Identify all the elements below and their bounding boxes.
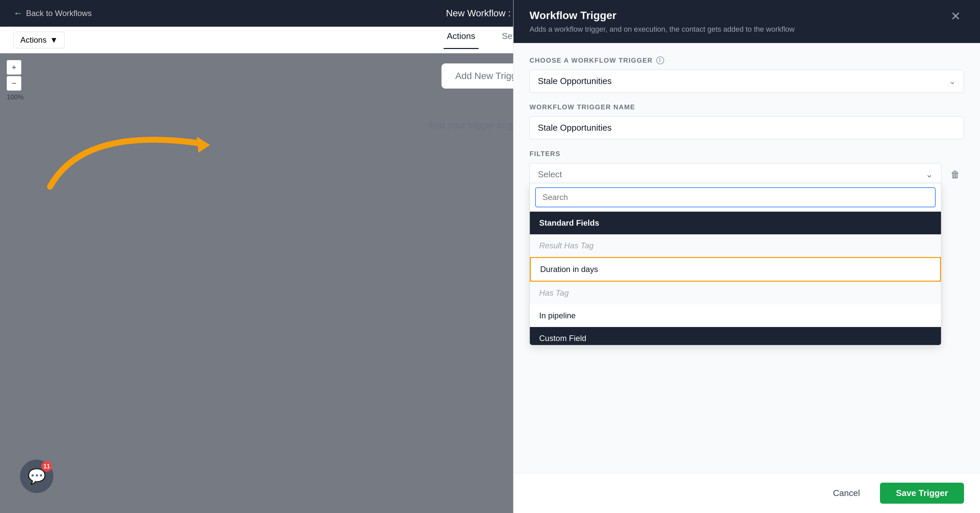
filter-dropdown-container: Select ⌄ Standard Fields Result Has Tag bbox=[530, 163, 941, 186]
back-link[interactable]: ← Back to Workflows bbox=[13, 8, 92, 19]
filter-select[interactable]: Select ⌄ bbox=[530, 163, 941, 186]
save-trigger-button[interactable]: Save Trigger bbox=[880, 483, 964, 503]
filter-dropdown-panel: Standard Fields Result Has Tag Duration … bbox=[530, 183, 941, 345]
trigger-select-value: Stale Opportunities bbox=[538, 76, 611, 86]
panel-body: CHOOSE A WORKFLOW TRIGGER i Stale Opport… bbox=[514, 43, 980, 473]
trigger-select[interactable]: Stale Opportunities ⌄ bbox=[530, 70, 964, 93]
back-arrow-icon: ← bbox=[13, 8, 23, 19]
actions-chevron-icon: ▼ bbox=[50, 35, 58, 44]
search-wrapper bbox=[530, 183, 941, 212]
trigger-chevron-icon: ⌄ bbox=[949, 77, 956, 86]
filter-delete-button[interactable]: 🗑 bbox=[947, 166, 964, 183]
tab-actions[interactable]: Actions bbox=[444, 31, 479, 49]
dropdown-item-in-pipeline[interactable]: In pipeline bbox=[530, 304, 941, 327]
trash-icon: 🗑 bbox=[951, 169, 960, 180]
search-input[interactable] bbox=[535, 187, 935, 207]
dropdown-item-duration-in-days[interactable]: Duration in days bbox=[530, 257, 941, 282]
filters-label: FILTERS bbox=[530, 150, 964, 158]
close-button[interactable]: ✕ bbox=[947, 10, 964, 23]
zoom-out-button[interactable]: − bbox=[7, 76, 21, 91]
filters-row: Select ⌄ Standard Fields Result Has Tag bbox=[530, 163, 964, 186]
right-panel: Workflow Trigger Adds a workflow trigger… bbox=[513, 0, 980, 513]
panel-title-block: Workflow Trigger Adds a workflow trigger… bbox=[530, 10, 947, 34]
dropdown-list: Standard Fields Result Has Tag Duration … bbox=[530, 212, 941, 345]
dropdown-item-result-has-tag[interactable]: Result Has Tag bbox=[530, 234, 941, 257]
info-icon: i bbox=[656, 56, 664, 64]
zoom-in-button[interactable]: + bbox=[7, 60, 21, 75]
dropdown-item-standard-fields[interactable]: Standard Fields bbox=[530, 212, 941, 234]
zoom-controls: + − 100% bbox=[7, 60, 24, 101]
back-label: Back to Workflows bbox=[26, 9, 92, 18]
choose-trigger-label: CHOOSE A WORKFLOW TRIGGER i bbox=[530, 56, 964, 64]
filter-select-value: Select bbox=[538, 169, 562, 179]
panel-footer: Cancel Save Trigger bbox=[514, 473, 980, 513]
trigger-name-label: WORKFLOW TRIGGER NAME bbox=[530, 103, 964, 111]
zoom-level: 100% bbox=[7, 93, 24, 101]
actions-dropdown[interactable]: Actions ▼ bbox=[13, 32, 65, 48]
actions-dropdown-label: Actions bbox=[20, 35, 47, 44]
filter-select-chevron-icon: ⌄ bbox=[926, 169, 933, 179]
dropdown-item-has-tag[interactable]: Has Tag bbox=[530, 282, 941, 304]
dropdown-item-custom-field[interactable]: Custom Field bbox=[530, 327, 941, 345]
chat-badge[interactable]: 💬 11 bbox=[20, 460, 53, 493]
trigger-name-input[interactable] bbox=[530, 116, 964, 139]
panel-header: Workflow Trigger Adds a workflow trigger… bbox=[514, 0, 980, 43]
panel-subtitle: Adds a workflow trigger, and on executio… bbox=[530, 25, 947, 34]
cancel-button[interactable]: Cancel bbox=[821, 483, 872, 503]
panel-title: Workflow Trigger bbox=[530, 10, 947, 22]
chat-badge-count: 11 bbox=[41, 461, 52, 472]
